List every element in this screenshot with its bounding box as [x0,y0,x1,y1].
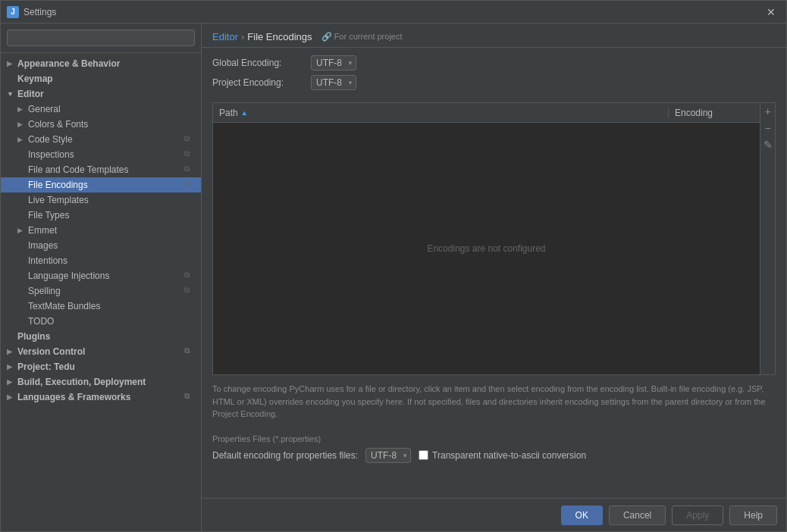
properties-encoding-select[interactable]: UTF-8 [365,448,411,463]
copy-icon: ⧉ [184,134,195,145]
global-encoding-row: Global Encoding: UTF-8 [212,55,776,70]
settings-window: J Settings ✕ ▶ Appearance & Behavior Key… [0,0,787,532]
arrow-icon: ▶ [17,227,28,234]
arrow-icon: ▶ [7,348,17,355]
arrow-icon: ▼ [7,90,17,98]
sidebar-item-images[interactable]: Images [1,238,201,253]
encoding-column-header[interactable]: Encoding [669,108,760,118]
arrow-icon [17,242,28,249]
main-scroll-area: Global Encoding: UTF-8 Project Encoding:… [202,48,786,498]
sidebar-item-general[interactable]: ▶ General [1,102,201,117]
sidebar-item-languages-frameworks[interactable]: ▶ Languages & Frameworks ⧉ [1,390,201,405]
title-bar: J Settings ✕ [1,1,786,23]
copy-icon: ⧉ [184,149,195,160]
sidebar-item-plugins[interactable]: Plugins [1,329,201,344]
search-box [1,23,201,53]
global-encoding-select[interactable]: UTF-8 [311,55,356,70]
sort-icon: ▲ [241,109,248,117]
copy-icon: ⧉ [184,346,195,357]
help-button[interactable]: Help [729,505,777,525]
global-encoding-select-wrapper: UTF-8 [311,55,356,70]
cancel-button[interactable]: Cancel [609,505,666,525]
project-encoding-select-wrapper: UTF-8 [311,75,356,90]
transparent-conversion-checkbox[interactable] [419,450,428,460]
copy-icon: ⧉ [184,286,195,296]
transparent-conversion-checkbox-row: Transparent native-to-ascii conversion [419,450,586,461]
breadcrumb-note: 🔗 For current project [321,32,403,42]
sidebar-tree: ▶ Appearance & Behavior Keymap ▼ Editor … [1,53,201,531]
arrow-icon [17,151,28,158]
sidebar-item-live-templates[interactable]: Live Templates [1,192,201,208]
sidebar-item-textmate[interactable]: TextMate Bundles [1,299,201,314]
add-encoding-button[interactable]: + [761,105,775,118]
sidebar-item-todo[interactable]: TODO [1,314,201,329]
main-panel: Editor › File Encodings 🔗 For current pr… [202,23,786,531]
sidebar-item-version-control[interactable]: ▶ Version Control ⧉ [1,344,201,359]
sidebar-item-emmet[interactable]: ▶ Emmet [1,223,201,238]
sidebar-item-file-types[interactable]: File Types [1,208,201,223]
sidebar-item-colors-fonts[interactable]: ▶ Colors & Fonts [1,117,201,132]
arrow-icon: ▶ [7,60,17,67]
properties-row: Default encoding for properties files: U… [212,448,776,463]
breadcrumb-link[interactable]: Editor [212,31,238,42]
panel-header: Editor › File Encodings 🔗 For current pr… [202,23,786,48]
sidebar-item-code-style[interactable]: ▶ Code Style ⧉ [1,132,201,147]
remove-encoding-button[interactable]: − [761,121,775,135]
breadcrumb-current: File Encodings [247,31,312,42]
arrow-icon [17,181,28,189]
copy-icon: ⧉ [184,180,195,190]
sidebar-item-file-code-templates[interactable]: File and Code Templates ⧉ [1,162,201,177]
arrow-icon [17,318,28,325]
project-encoding-select[interactable]: UTF-8 [311,75,356,90]
properties-section: Properties Files (*.properties) Default … [202,428,786,469]
arrow-icon: ▶ [7,393,17,401]
arrow-icon [17,257,28,264]
search-input[interactable] [7,30,195,46]
arrow-icon [17,272,28,280]
table-header: Path ▲ Encoding [213,103,760,123]
sidebar-item-project-tedu[interactable]: ▶ Project: Tedu [1,359,201,374]
sidebar: ▶ Appearance & Behavior Keymap ▼ Editor … [1,23,202,531]
path-column-header[interactable]: Path ▲ [213,108,669,118]
arrow-icon: ▶ [17,120,28,128]
app-icon: J [7,6,19,18]
sidebar-item-appearance[interactable]: ▶ Appearance & Behavior [1,56,201,71]
bottom-bar: OK Cancel Apply Help [202,498,786,531]
sidebar-item-language-injections[interactable]: Language Injections ⧉ [1,268,201,283]
properties-title: Properties Files (*.properties) [212,434,776,443]
title-bar-text: Settings [24,7,762,17]
file-encoding-table-wrapper: Path ▲ Encoding Encodings are not config… [212,102,776,375]
table-action-sidebar: + − ✎ [760,103,775,374]
properties-encoding-select-wrapper: UTF-8 [365,448,411,463]
arrow-icon [17,287,28,295]
sidebar-item-editor[interactable]: ▼ Editor [1,86,201,102]
sidebar-item-build-execution[interactable]: ▶ Build, Execution, Deployment [1,374,201,390]
edit-encoding-button[interactable]: ✎ [761,138,775,152]
sidebar-item-file-encodings[interactable]: File Encodings ⧉ [1,177,201,192]
breadcrumb: Editor › File Encodings 🔗 For current pr… [212,31,776,42]
sidebar-item-inspections[interactable]: Inspections ⧉ [1,147,201,162]
apply-button[interactable]: Apply [672,505,723,525]
arrow-icon [17,196,28,204]
table-empty-state: Encodings are not configured [213,123,760,374]
arrow-icon: ▶ [17,136,28,143]
arrow-icon [17,166,28,174]
sidebar-item-spelling[interactable]: Spelling ⧉ [1,283,201,299]
info-text: To change encoding PyCharm uses for a fi… [202,375,786,428]
ok-button[interactable]: OK [561,505,603,525]
arrow-icon [7,75,17,83]
sidebar-item-intentions[interactable]: Intentions [1,253,201,268]
arrow-icon: ▶ [7,363,17,371]
arrow-icon [17,211,28,219]
transparent-conversion-label: Transparent native-to-ascii conversion [432,450,586,461]
arrow-icon [7,333,17,340]
project-encoding-row: Project Encoding: UTF-8 [212,75,776,90]
breadcrumb-separator: › [241,31,244,42]
copy-icon: ⧉ [184,271,195,281]
copy-icon: ⧉ [184,392,195,402]
file-encoding-table: Path ▲ Encoding Encodings are not config… [213,103,760,374]
close-button[interactable]: ✕ [762,5,780,20]
default-encoding-label: Default encoding for properties files: [212,450,358,461]
sidebar-item-keymap[interactable]: Keymap [1,71,201,86]
project-encoding-label: Project Encoding: [212,77,311,88]
